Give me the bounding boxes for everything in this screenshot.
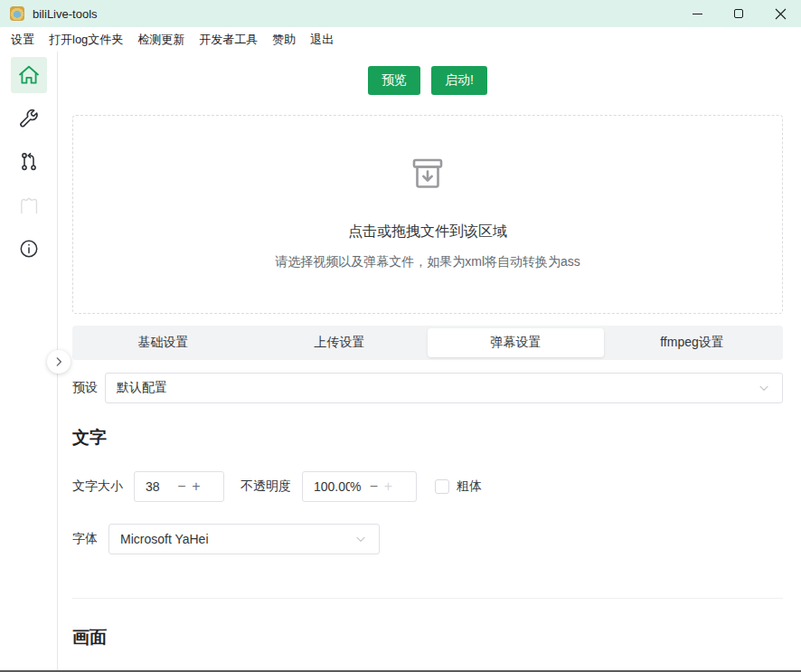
tab-basic-settings[interactable]: 基础设置 bbox=[75, 328, 251, 357]
tab-ffmpeg-settings[interactable]: ffmpeg设置 bbox=[604, 328, 780, 357]
window-controls bbox=[676, 0, 801, 27]
sidebar-expand-button[interactable] bbox=[47, 350, 71, 374]
sidebar-item-clip[interactable] bbox=[11, 187, 47, 223]
maximize-button[interactable] bbox=[718, 0, 759, 27]
font-family-value: Microsoft YaHei bbox=[120, 532, 209, 546]
file-dropzone[interactable]: 点击或拖拽文件到该区域 请选择视频以及弹幕文件，如果为xml将自动转换为ass bbox=[72, 115, 783, 314]
dropzone-hint: 请选择视频以及弹幕文件，如果为xml将自动转换为ass bbox=[275, 254, 580, 270]
start-button[interactable]: 启动! bbox=[431, 66, 487, 95]
home-icon bbox=[17, 63, 41, 87]
sidebar-item-home[interactable] bbox=[11, 57, 47, 93]
preset-select[interactable]: 默认配置 bbox=[105, 373, 783, 403]
screen-section-title: 画面 bbox=[72, 626, 783, 649]
font-size-value[interactable] bbox=[135, 479, 174, 494]
actions-row: 预览 启动! bbox=[72, 66, 783, 95]
opacity-input[interactable]: % − + bbox=[302, 471, 417, 502]
section-divider bbox=[72, 598, 783, 599]
opacity-increase-button[interactable]: + bbox=[381, 479, 395, 494]
font-family-select[interactable]: Microsoft YaHei bbox=[108, 524, 380, 554]
menu-item-devtools[interactable]: 开发者工具 bbox=[192, 28, 265, 52]
window-title: biliLive-tools bbox=[33, 7, 98, 21]
chevron-down-icon bbox=[757, 381, 771, 395]
font-row: 字体 Microsoft YaHei bbox=[72, 524, 783, 554]
opacity-label: 不透明度 bbox=[240, 478, 291, 495]
menu-item-open-log-folder[interactable]: 打开log文件夹 bbox=[42, 28, 130, 52]
info-icon bbox=[18, 238, 40, 260]
main-content: 预览 启动! 点击或拖拽文件到该区域 请选择视频以及弹幕文件，如果为xml将自动… bbox=[58, 52, 801, 670]
titlebar: biliLive-tools bbox=[0, 0, 801, 27]
preset-value: 默认配置 bbox=[117, 380, 167, 396]
clip-icon bbox=[17, 194, 41, 217]
close-icon bbox=[775, 8, 787, 20]
minimize-icon bbox=[693, 14, 702, 14]
chevron-right-icon bbox=[52, 355, 65, 368]
opacity-suffix: % bbox=[350, 479, 361, 494]
menubar: 设置 打开log文件夹 检测更新 开发者工具 赞助 退出 bbox=[0, 27, 801, 52]
font-size-input[interactable]: − + bbox=[134, 471, 224, 502]
app-icon bbox=[10, 6, 24, 21]
tab-danmu-settings[interactable]: 弹幕设置 bbox=[428, 328, 604, 357]
settings-tabs: 基础设置 上传设置 弹幕设置 ffmpeg设置 bbox=[72, 326, 783, 360]
sidebar-item-about[interactable] bbox=[11, 231, 47, 267]
git-compare-icon bbox=[18, 151, 40, 173]
opacity-decrease-button[interactable]: − bbox=[366, 479, 381, 494]
sidebar-item-tools[interactable] bbox=[11, 100, 47, 137]
bold-checkbox[interactable] bbox=[435, 479, 449, 494]
text-section-title: 文字 bbox=[72, 426, 783, 450]
archive-upload-icon bbox=[406, 154, 449, 197]
menu-item-sponsor[interactable]: 赞助 bbox=[265, 28, 303, 52]
opacity-value[interactable] bbox=[303, 479, 350, 494]
app-window: biliLive-tools 设置 打开log文件夹 检测更新 开发者工具 赞助… bbox=[0, 0, 801, 672]
font-size-increase-button[interactable]: + bbox=[189, 479, 203, 494]
tab-upload-settings[interactable]: 上传设置 bbox=[251, 328, 428, 357]
maximize-icon bbox=[734, 9, 743, 18]
body: 预览 启动! 点击或拖拽文件到该区域 请选择视频以及弹幕文件，如果为xml将自动… bbox=[0, 52, 801, 670]
preview-button[interactable]: 预览 bbox=[368, 66, 420, 95]
font-family-label: 字体 bbox=[72, 531, 98, 547]
dropzone-title: 点击或拖拽文件到该区域 bbox=[348, 222, 507, 241]
menu-item-check-update[interactable]: 检测更新 bbox=[130, 28, 192, 52]
menu-item-settings[interactable]: 设置 bbox=[4, 28, 42, 52]
bold-label: 粗体 bbox=[457, 478, 482, 495]
preset-label: 预设 bbox=[72, 380, 98, 396]
font-size-decrease-button[interactable]: − bbox=[174, 479, 189, 494]
minimize-button[interactable] bbox=[676, 0, 718, 27]
preset-row: 预设 默认配置 bbox=[72, 373, 783, 403]
sidebar-item-convert[interactable] bbox=[11, 144, 47, 180]
wrench-icon bbox=[18, 108, 40, 129]
close-button[interactable] bbox=[759, 0, 801, 27]
chevron-down-icon bbox=[353, 532, 368, 546]
font-size-label: 文字大小 bbox=[72, 478, 123, 495]
text-controls-row: 文字大小 − + 不透明度 % − + 粗体 bbox=[72, 471, 783, 502]
menu-item-exit[interactable]: 退出 bbox=[303, 28, 341, 52]
